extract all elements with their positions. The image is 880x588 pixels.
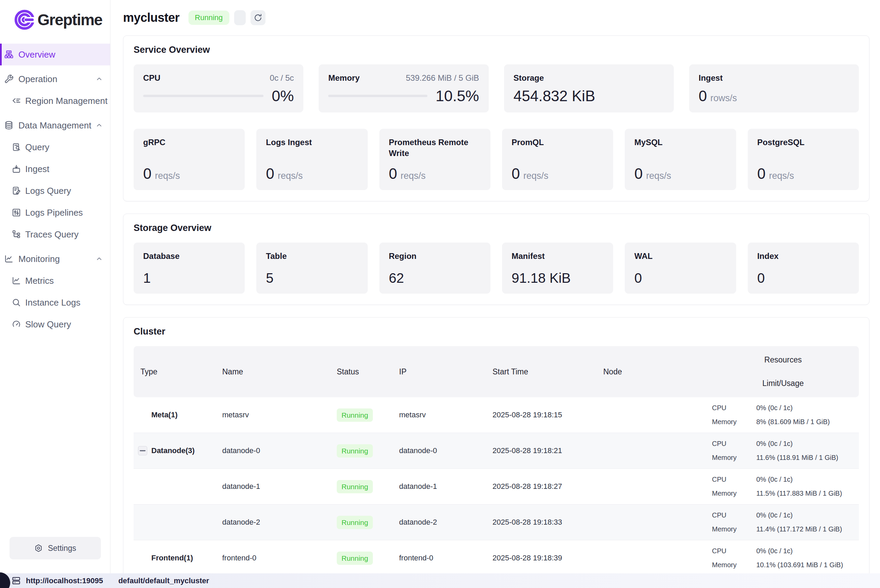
protocol-value: 0 (266, 166, 274, 181)
database-icon (4, 121, 14, 130)
cell-type (134, 504, 215, 540)
cpu-resource-label: CPU (712, 547, 756, 555)
table-card: Table 5 (256, 243, 367, 294)
memory-resource-label: Memory (712, 489, 756, 497)
cpu-limit: 0c / 5c (270, 73, 294, 83)
region-card: Region 62 (379, 243, 490, 294)
storage-cards: Database 1 Table 5 Region 62 Manifest 91… (134, 243, 859, 294)
protocol-value: 0 (634, 166, 643, 181)
table-row-datanode-2: datanode-2 Running datanode-2 2025-08-28… (134, 504, 859, 540)
sidebar-item-slow-query[interactable]: Slow Query (0, 314, 110, 335)
settings-button[interactable]: Settings (9, 537, 101, 560)
grpc-card: gRPC 0reqs/s (134, 129, 245, 190)
section-title: Storage Overview (134, 223, 859, 233)
sidebar-item-label: Query (25, 142, 50, 153)
sidebar-item-region-management[interactable]: Region Management (0, 90, 110, 112)
cell-resources: CPU0% (0c / 1c) Memory10.1% (103.691 MiB… (707, 540, 859, 576)
cell-type: Meta(1) (134, 397, 215, 433)
protocol-label: Logs Ingest (266, 137, 358, 148)
sidebar-item-label: Logs Pipelines (25, 207, 83, 218)
cluster-action-button[interactable] (234, 10, 246, 25)
status-chip: Running (337, 552, 373, 565)
sidebar-item-monitoring[interactable]: Monitoring (0, 248, 110, 270)
ingest-unit: rows/s (710, 93, 737, 104)
refresh-icon (254, 13, 263, 22)
storage-overview-panel: Storage Overview Database 1 Table 5 Regi… (123, 214, 869, 305)
protocol-value: 0 (757, 166, 766, 181)
main-content: mycluster Running Service Overview CPU 0… (110, 0, 880, 573)
protocol-unit: reqs/s (646, 171, 671, 181)
app-window: Greptime Overview Operation Region Manag… (0, 0, 880, 573)
line-chart-icon (4, 254, 14, 264)
postgresql-card: PostgreSQL 0reqs/s (748, 129, 859, 190)
sidebar-item-query[interactable]: Query (0, 136, 110, 158)
cpu-resource-value: 0% (0c / 1c) (756, 440, 853, 448)
protocol-unit: reqs/s (401, 171, 426, 181)
status-chip: Running (337, 480, 373, 493)
tree-icon (12, 230, 21, 239)
refresh-button[interactable] (251, 10, 266, 25)
cell-name: metasrv (215, 397, 330, 433)
document-edit-icon (12, 186, 21, 195)
cell-start-time: 2025-08-28 19:18:39 (486, 540, 596, 576)
cell-node (596, 397, 707, 433)
protocol-label: Prometheus Remote Write (389, 137, 481, 159)
cell-name: datanode-2 (215, 504, 330, 540)
cpu-resource-label: CPU (712, 476, 756, 483)
storage-card: Storage 454.832 KiB (504, 64, 674, 112)
gear-icon (34, 544, 43, 553)
cluster-table-header: Type Name Status IP Start Time Node Reso… (134, 346, 859, 397)
cpu-card: CPU 0c / 5c 0% (134, 64, 303, 112)
memory-card: Memory 539.266 MiB / 5 GiB 10.5% (319, 64, 488, 112)
protocol-cards: gRPC 0reqs/s Logs Ingest 0reqs/s Prometh… (134, 129, 859, 190)
memory-percent: 10.5% (435, 88, 479, 104)
card-value: 91.18 KiB (512, 271, 604, 285)
sidebar-item-label: Logs Query (25, 186, 71, 196)
sidebar-item-label: Instance Logs (25, 297, 80, 308)
brand-name: Greptime (38, 10, 102, 29)
cpu-resource-label: CPU (712, 440, 756, 448)
sidebar-item-data-management[interactable]: Data Management (0, 114, 110, 136)
sidebar-item-ingest[interactable]: Ingest (0, 158, 110, 180)
gauge-icon (12, 320, 21, 329)
status-badge: Running (188, 10, 229, 25)
sidebar-item-label: Overview (18, 50, 55, 60)
cell-type: Datanode(3) (134, 433, 215, 468)
cell-start-time: 2025-08-28 19:18:21 (486, 433, 596, 468)
chevron-up-icon (95, 75, 103, 83)
cell-type-label: Datanode(3) (151, 446, 195, 455)
sidebar-item-instance-logs[interactable]: Instance Logs (0, 292, 110, 314)
service-overview-panel: Service Overview CPU 0c / 5c 0% Memory (123, 35, 869, 201)
sidebar-item-traces-query[interactable]: Traces Query (0, 224, 110, 245)
manifest-card: Manifest 91.18 KiB (502, 243, 613, 294)
sitemap-icon (4, 50, 14, 59)
protocol-label: MySQL (634, 137, 726, 148)
cell-node (596, 504, 707, 540)
sidebar-item-overview[interactable]: Overview (0, 44, 110, 65)
table-row-metasrv: Meta(1) metasrv Running metasrv 2025-08-… (134, 397, 859, 433)
chevron-up-icon (95, 255, 103, 263)
sidebar-item-operation[interactable]: Operation (0, 68, 110, 90)
collapse-group-button[interactable] (138, 446, 147, 456)
cell-name: datanode-1 (215, 469, 330, 504)
cell-start-time: 2025-08-28 19:18:33 (486, 504, 596, 540)
memory-resource-label: Memory (712, 454, 756, 462)
card-label: Index (757, 251, 849, 262)
cpu-resource-value: 0% (0c / 1c) (756, 476, 853, 483)
status-chip: Running (337, 408, 373, 422)
server-icon (12, 576, 21, 585)
sidebar-item-label: Region Management (25, 96, 107, 106)
card-label: Manifest (512, 251, 604, 262)
memory-limit: 539.266 MiB / 5 GiB (406, 73, 479, 83)
mysql-card: MySQL 0reqs/s (625, 129, 736, 190)
cpu-resource-value: 0% (0c / 1c) (756, 404, 853, 412)
protocol-value: 0 (512, 166, 520, 181)
cell-ip: metasrv (392, 397, 486, 433)
sidebar-item-logs-query[interactable]: Logs Query (0, 180, 110, 202)
cell-name: frontend-0 (215, 540, 330, 576)
sidebar-item-logs-pipelines[interactable]: Logs Pipelines (0, 202, 110, 224)
import-box-icon (12, 164, 21, 174)
memory-resource-label: Memory (712, 561, 756, 569)
settings-label: Settings (48, 544, 76, 553)
sidebar-item-metrics[interactable]: Metrics (0, 270, 110, 292)
